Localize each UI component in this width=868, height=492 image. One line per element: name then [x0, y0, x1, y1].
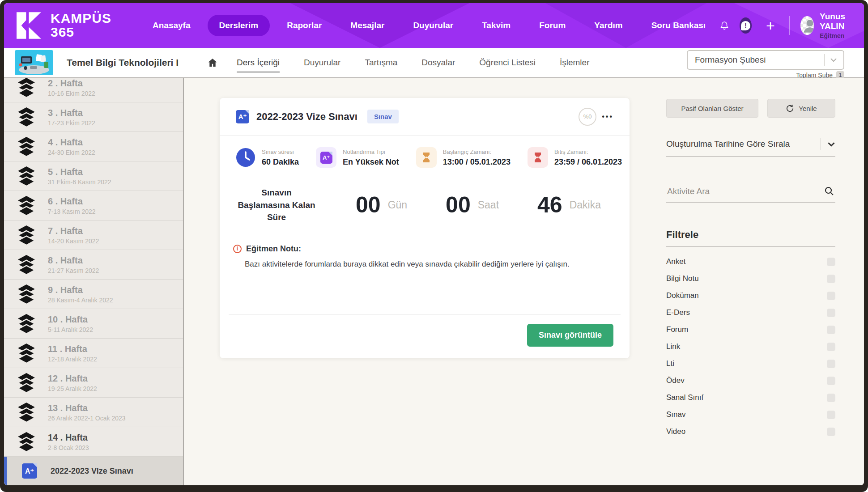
filter-row[interactable]: Forum: [666, 321, 835, 338]
layers-icon: [17, 403, 35, 422]
nav-menu-item[interactable]: Yardım: [583, 15, 634, 36]
filter-checkbox[interactable]: [827, 428, 835, 436]
week-title: 5 . Hafta: [48, 167, 111, 177]
hourglass-icon: [528, 147, 548, 168]
alert-bubble-icon[interactable]: !: [740, 17, 752, 34]
home-icon[interactable]: [207, 57, 218, 68]
brand-logo[interactable]: KAMPÜS 365: [17, 12, 111, 39]
course-tab[interactable]: Ders İçeriği: [237, 58, 280, 72]
nav-menu-item[interactable]: Takvim: [470, 15, 522, 36]
filter-checkbox[interactable]: [827, 377, 835, 385]
filter-checkbox[interactable]: [827, 258, 835, 266]
nav-menu-item[interactable]: Soru Bankası: [640, 15, 717, 36]
filter-checkbox[interactable]: [827, 343, 835, 351]
nav-menu-item[interactable]: Duyurular: [401, 15, 465, 36]
filter-checkbox[interactable]: [827, 309, 835, 317]
filter-row[interactable]: Link: [666, 338, 835, 355]
week-title: 12 . Hafta: [48, 373, 97, 384]
week-title: 9 . Hafta: [48, 285, 113, 295]
search-icon[interactable]: [824, 186, 834, 196]
exam-type-badge: Sınav: [367, 110, 399, 123]
week-list-item[interactable]: 6 . Hafta 7-13 Kasım 2022: [4, 191, 183, 221]
nav-divider: [789, 16, 790, 35]
layers-icon: [17, 137, 35, 157]
select-divider: [824, 54, 825, 66]
filter-checkbox[interactable]: [827, 292, 835, 300]
branch-select[interactable]: Formasyon Şubesi: [687, 50, 844, 70]
course-tab[interactable]: Öğrenci Listesi: [479, 58, 536, 68]
layers-icon: [17, 107, 35, 127]
course-tab[interactable]: İşlemler: [560, 58, 590, 68]
main-area: A⁺ 2022-2023 Vize Sınavı Sınav %0 •••: [184, 78, 864, 485]
user-menu[interactable]: Yunus YALIN Eğitmen: [800, 12, 858, 39]
week-title: 8 . Hafta: [48, 255, 99, 266]
week-list-item[interactable]: 4 . Hafta 24-30 Ekim 2022: [4, 132, 183, 161]
week-list-item[interactable]: 7 . Hafta 14-20 Kasım 2022: [4, 221, 183, 250]
nav-menu-item[interactable]: Raporlar: [275, 15, 333, 36]
week-title: 6 . Hafta: [48, 196, 96, 207]
plus-icon[interactable]: +: [766, 18, 775, 33]
filter-row[interactable]: Sanal Sınıf: [666, 389, 835, 406]
week-title: 3 . Hafta: [48, 108, 95, 118]
week-title: 11 . Hafta: [48, 344, 97, 354]
week-dates: 19-25 Aralık 2022: [48, 385, 97, 392]
countdown-unit: Saat: [478, 199, 499, 211]
more-options-icon[interactable]: •••: [602, 113, 613, 121]
week-list-item[interactable]: 14 . Hafta 2-8 Ocak 2023: [4, 427, 183, 457]
filter-row[interactable]: Video: [666, 423, 835, 440]
filter-row[interactable]: Lti: [666, 355, 835, 372]
search-input[interactable]: [666, 187, 835, 202]
activity-search: [666, 187, 835, 203]
week-list-item[interactable]: 11 . Hafta 12-18 Aralık 2022: [4, 339, 183, 368]
course-tab[interactable]: Duyurular: [304, 58, 340, 68]
course-tabs: Ders İçeriği Duyurular Tartışma Dosyalar…: [237, 58, 589, 68]
info-label: Notlandırma Tipi: [343, 148, 399, 155]
filter-checkbox[interactable]: [827, 326, 835, 334]
view-exam-button[interactable]: Sınavı görüntüle: [527, 324, 613, 347]
filter-row[interactable]: Ödev: [666, 372, 835, 389]
info-label: Bitiş Zamanı:: [554, 148, 622, 155]
course-tab[interactable]: Dosyalar: [421, 58, 455, 68]
exam-card-header: A⁺ 2022-2023 Vize Sınavı Sınav %0 •••: [220, 98, 630, 136]
week-list-item[interactable]: 2 . Hafta 10-16 Ekim 2022: [4, 78, 183, 102]
nav-menu-item[interactable]: Mesajlar: [339, 15, 396, 36]
show-passive-button[interactable]: Pasif Olanları Göster: [666, 99, 758, 118]
countdown-unit: Gün: [388, 199, 407, 211]
note-heading: Eğitmen Notu:: [246, 244, 301, 254]
week-list-item[interactable]: 10 . Hafta 5-11 Aralık 2022: [4, 309, 183, 339]
filter-checkbox[interactable]: [827, 411, 835, 419]
filter-label: Ödev: [666, 376, 685, 385]
sort-dropdown[interactable]: Oluşturulma Tarihine Göre Sırala: [666, 138, 835, 157]
week-list-item[interactable]: 8 . Hafta 21-27 Kasım 2022: [4, 250, 183, 280]
bell-icon[interactable]: [720, 19, 729, 32]
week-list-item[interactable]: 5 . Hafta 31 Ekim-6 Kasım 2022: [4, 161, 183, 191]
week-list-item[interactable]: 12 . Hafta 19-25 Aralık 2022: [4, 368, 183, 398]
week-list-item[interactable]: 9 . Hafta 28 Kasım-4 Aralık 2022: [4, 280, 183, 309]
filter-row[interactable]: Doküman: [666, 287, 835, 304]
filter-row[interactable]: Bilgi Notu: [666, 270, 835, 287]
hourglass-icon: [416, 147, 437, 168]
nav-menu-item[interactable]: Anasayfa: [141, 15, 202, 36]
sort-divider: [821, 138, 821, 150]
filter-row[interactable]: Sınav: [666, 406, 835, 423]
nav-menu-item[interactable]: Derslerim: [208, 15, 270, 36]
week-dates: 21-27 Kasım 2022: [48, 267, 99, 274]
filter-row[interactable]: Anket: [666, 253, 835, 270]
filter-checkbox[interactable]: [827, 275, 835, 283]
course-tab[interactable]: Tartışma: [365, 58, 397, 68]
week-dates: 26 Aralık 2022-1 Ocak 2023: [48, 415, 126, 422]
filter-checkbox[interactable]: [827, 394, 835, 402]
countdown-section: Sınavın Başlamasına Kalan Süre 00 Gün 00…: [220, 187, 630, 224]
week-list-item[interactable]: 13 . Hafta 26 Aralık 2022-1 Ocak 2023: [4, 398, 183, 427]
filter-checkbox[interactable]: [827, 360, 835, 368]
refresh-button[interactable]: Yenile: [767, 99, 835, 118]
filter-heading: Filtrele: [666, 229, 835, 247]
week-dates: 28 Kasım-4 Aralık 2022: [48, 297, 113, 304]
nav-menu-item[interactable]: Forum: [528, 15, 577, 36]
info-icon: i: [233, 245, 242, 253]
total-branch-label: Toplam Şube: [796, 72, 833, 79]
filter-row[interactable]: E-Ders: [666, 304, 835, 321]
week-list-item[interactable]: 3 . Hafta 17-23 Ekim 2022: [4, 102, 183, 132]
sidebar-item-exam-active[interactable]: A⁺ 2022-2023 Vize Sınavı: [4, 457, 183, 485]
countdown-value: 00: [446, 192, 471, 218]
